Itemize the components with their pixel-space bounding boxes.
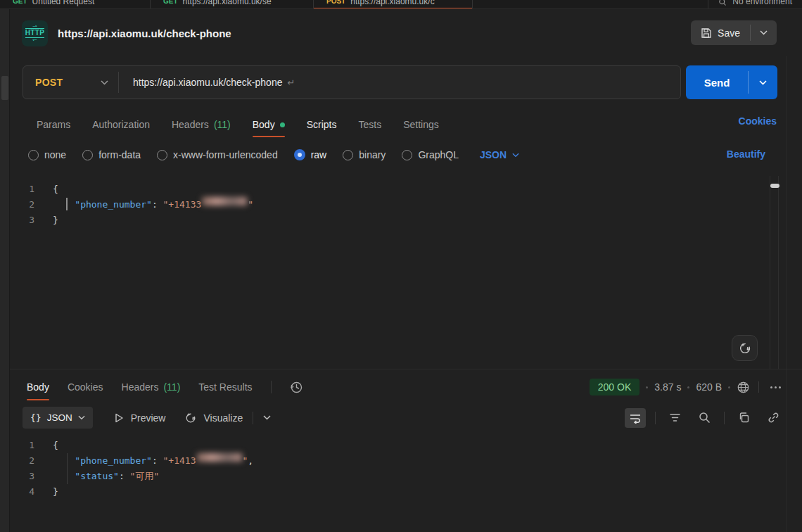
scrollbar-track-line <box>778 176 779 369</box>
share-link-button[interactable] <box>763 407 784 428</box>
request-tab-get[interactable]: GET https://api.xiaomu.uk/se <box>151 0 314 9</box>
line-number: 3 <box>18 213 53 228</box>
braces-icon: {} <box>30 412 42 423</box>
radio-binary[interactable]: binary <box>343 149 386 160</box>
tab-response-cookies[interactable]: Cookies <box>68 376 103 398</box>
visualize-label: Visualize <box>203 412 243 424</box>
copy-response-button[interactable] <box>734 407 754 428</box>
filter-lines-icon <box>669 412 681 423</box>
tab-label: Test Results <box>198 381 252 393</box>
beautify-link[interactable]: Beautify <box>727 148 765 160</box>
sidebar-resize-handle[interactable] <box>1 76 8 100</box>
save-split-button: Save <box>691 20 777 45</box>
code-token: : <box>152 197 163 213</box>
url-row: POST https://api.xiaomu.uk/check-phone ↵… <box>10 62 802 101</box>
environment-selector[interactable]: No environment <box>708 0 802 8</box>
save-options-button[interactable] <box>751 20 777 45</box>
status-badge[interactable]: 200 OK <box>590 379 639 395</box>
tab-title: Untitled Request <box>32 0 95 6</box>
line-number: 2 <box>18 453 53 469</box>
pane-divider[interactable] <box>10 369 802 369</box>
scrollbar-thumb[interactable] <box>770 184 779 188</box>
request-tab-untitled[interactable]: GET Untitled Request <box>0 0 151 9</box>
response-body-viewer[interactable]: 1 { 2 "phone_number": "+1413", 3 "status… <box>18 435 770 532</box>
radio-graphql[interactable]: GraphQL <box>402 149 459 160</box>
request-body-editor[interactable]: 1 { 2 "phone_number": "+14133" 3 } <box>18 176 770 369</box>
redacted-blur <box>202 197 247 205</box>
word-wrap-button[interactable] <box>625 408 646 428</box>
radio-none[interactable]: none <box>28 149 66 160</box>
network-info-button[interactable] <box>737 381 750 394</box>
scrollbar-track-line <box>770 176 770 369</box>
swap-arrow-icon: ↽ <box>32 38 37 42</box>
response-time[interactable]: 3.87 s <box>654 381 681 393</box>
send-options-button[interactable] <box>749 65 777 99</box>
tab-headers[interactable]: Headers(11) <box>172 111 231 138</box>
code-token: "status" <box>75 469 119 484</box>
tab-tests[interactable]: Tests <box>358 111 381 138</box>
code-line: 2 "phone_number": "+1413", <box>18 453 770 469</box>
chevron-down-icon <box>78 415 85 420</box>
radio-label: form-data <box>98 149 141 160</box>
radio-raw[interactable]: raw <box>294 149 327 160</box>
environment-label: No environment <box>732 0 792 6</box>
radio-circle <box>28 150 39 160</box>
cookies-link[interactable]: Cookies <box>739 115 777 127</box>
tab-settings[interactable]: Settings <box>403 111 439 138</box>
tab-method-badge: GET <box>13 0 27 6</box>
response-toolbar: {} JSON Preview Visualize <box>23 406 784 429</box>
tab-authorization[interactable]: Authorization <box>92 111 150 138</box>
sparkle-circle-icon <box>738 341 752 355</box>
tab-label: Settings <box>403 119 439 130</box>
method-label: POST <box>35 77 63 88</box>
tab-label: Cookies <box>68 381 103 393</box>
request-tab-active[interactable]: POST https://api.xiaomu.uk/c <box>314 0 473 9</box>
url-bar: POST https://api.xiaomu.uk/check-phone ↵ <box>23 65 681 99</box>
tab-params[interactable]: Params <box>37 111 70 138</box>
http-request-icon: ⇀ HTTP ↽ <box>22 20 48 46</box>
chevron-down-icon <box>759 80 767 85</box>
viewer-options-button[interactable] <box>263 415 271 420</box>
radio-label: GraphQL <box>418 149 459 160</box>
enter-hint: ↵ <box>287 77 295 88</box>
tab-label: Authorization <box>92 119 150 130</box>
tab-response-headers[interactable]: Headers(11) <box>122 376 181 398</box>
postbot-ai-button[interactable] <box>732 335 758 361</box>
url-input[interactable]: https://api.xiaomu.uk/check-phone ↵ <box>119 77 295 88</box>
tab-body[interactable]: Body <box>253 111 285 138</box>
headers-count: (11) <box>214 119 231 130</box>
response-size[interactable]: 620 B <box>696 381 722 393</box>
code-token: "+1413 <box>163 453 196 469</box>
preview-button[interactable]: Preview <box>113 412 166 424</box>
response-format-dropdown[interactable]: {} JSON <box>23 407 93 429</box>
preview-label: Preview <box>131 412 166 424</box>
radio-circle <box>402 150 412 160</box>
send-button[interactable]: Send <box>686 65 748 99</box>
response-history-button[interactable] <box>290 381 303 394</box>
word-wrap-icon <box>629 412 642 424</box>
visualize-button[interactable]: Visualize <box>184 412 243 424</box>
workspace-tab-bar: GET Untitled Request GET https://api.xia… <box>0 0 802 9</box>
tab-scripts[interactable]: Scripts <box>307 111 337 138</box>
tab-label: Headers <box>122 381 159 393</box>
tab-response-body[interactable]: Body <box>27 376 49 398</box>
tab-test-results[interactable]: Test Results <box>198 376 252 398</box>
divider <box>253 412 253 424</box>
sparkle-circle-icon <box>184 412 197 424</box>
more-options-button[interactable] <box>768 384 784 391</box>
raw-format-dropdown[interactable]: JSON <box>480 149 519 160</box>
filter-button[interactable] <box>665 408 685 427</box>
tab-label: Params <box>37 119 70 130</box>
code-token: { <box>53 438 58 453</box>
radio-x-www-form-urlencoded[interactable]: x-www-form-urlencoded <box>157 149 278 160</box>
save-button[interactable]: Save <box>691 20 750 45</box>
tab-bar-spacer <box>473 0 708 8</box>
radio-label: none <box>44 149 66 160</box>
search-response-button[interactable] <box>694 407 715 428</box>
method-dropdown[interactable]: POST <box>23 77 118 88</box>
code-token: "phone_number" <box>75 453 152 469</box>
code-token: : <box>152 453 163 469</box>
code-line: 3 } <box>18 213 770 228</box>
radio-form-data[interactable]: form-data <box>82 149 141 160</box>
chevron-down-icon <box>760 30 768 35</box>
